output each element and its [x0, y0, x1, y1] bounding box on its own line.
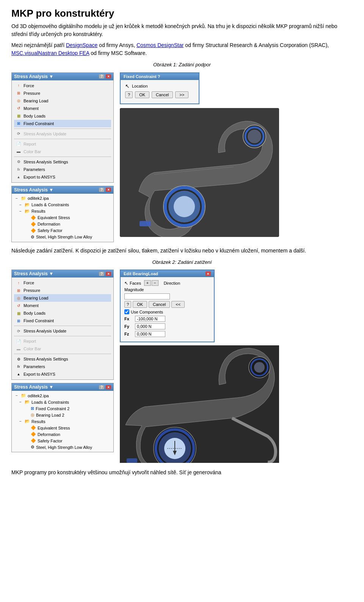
divider3	[14, 157, 111, 157]
panel1-item-bearing[interactable]: ◎ Bearing Load	[14, 97, 111, 105]
panel1-item-update[interactable]: ⟳ Stress Analysis Update	[14, 130, 111, 138]
panel1-item-bodyloads[interactable]: ▦ Body Loads	[14, 112, 111, 120]
tree1-safety-icon: 🔶	[31, 228, 36, 233]
tree1-body: − 📁 odlitek2.ipa − 📂 Loads & Constraints…	[12, 194, 113, 242]
tree1-title: Stress Analysis ▼	[14, 187, 53, 193]
bearing-less-btn[interactable]: <<	[171, 301, 185, 308]
intro-para-2: Mezi nejznámější patří DesignSpace od fi…	[11, 41, 353, 57]
bearing-fx-row: Fx	[124, 316, 210, 322]
panel1-item-colorbar[interactable]: ▬ Color Bar	[14, 148, 111, 155]
panel1-item-pressure[interactable]: ⊞ Pressure	[14, 89, 111, 97]
p2-export-icon: ▲	[16, 371, 22, 377]
tree1-equiv-stress[interactable]: 🔶 Equivalent Stress	[13, 215, 112, 221]
panel2-help[interactable]: ?	[99, 272, 104, 276]
tree1-results-label: Results	[31, 209, 46, 213]
use-components-checkbox[interactable]	[124, 309, 129, 314]
tree1-safety[interactable]: 🔶 Safety Factor	[13, 227, 112, 234]
bearing-ok-btn[interactable]: OK	[133, 301, 147, 308]
dialog-more-btn[interactable]: >>	[175, 91, 188, 98]
tree2-fixed2[interactable]: ⊠ Fixed Constraint 2	[13, 405, 112, 412]
stress-analysis-panel-1: Stress Analysis ▼ ? × ↑ Force ⊞ P	[11, 72, 114, 183]
p2-colorbar-icon: ▬	[16, 346, 22, 352]
tree2-deformation[interactable]: 🔶 Deformation	[13, 431, 112, 437]
tree1-results[interactable]: − 📂 Results	[13, 208, 112, 215]
panel2-item-report[interactable]: 📄 Report	[14, 337, 111, 345]
tree1-loads[interactable]: − 📂 Loads & Constraints	[13, 202, 112, 208]
panel1-item-settings[interactable]: ⚙ Stress Analysis Settings	[14, 158, 111, 166]
tree1-close[interactable]: ×	[106, 188, 111, 192]
bearing-magnitude-input[interactable]	[124, 293, 170, 299]
tree1-root[interactable]: − 📁 odlitek2.ipa	[13, 195, 112, 202]
bearing-faces-remove-btn[interactable]: −	[152, 280, 158, 286]
panel2-item-force[interactable]: ↑ Force	[14, 279, 111, 287]
tree1-deformation[interactable]: 🔶 Deformation	[13, 221, 112, 227]
divider2	[14, 139, 111, 139]
panel1-body: ↑ Force ⊞ Pressure ◎ Bearing Load	[12, 80, 113, 182]
panel2-item-colorbar[interactable]: ▬ Color Bar	[14, 345, 111, 353]
pressure-icon: ⊞	[16, 90, 22, 96]
bearing-fz-input[interactable]	[135, 331, 165, 337]
tree2-loads[interactable]: − 📂 Loads & Constraints	[13, 399, 112, 405]
panel1-close[interactable]: ×	[106, 74, 111, 78]
bearing-help-btn[interactable]: ?	[124, 301, 131, 308]
link-cosmos[interactable]: Cosmos DesignStar	[136, 42, 184, 48]
tree2-close[interactable]: ×	[106, 385, 111, 389]
panel2-close[interactable]: ×	[106, 272, 111, 276]
panel1-item-params[interactable]: fx Parameters	[14, 166, 111, 173]
panel2-item-export[interactable]: ▲ Export to ANSYS	[14, 370, 111, 378]
tree2-help[interactable]: ?	[99, 385, 104, 389]
panel1-report-label: Report	[24, 142, 36, 146]
tree2-header: Stress Analysis ▼ ? ×	[12, 383, 113, 391]
tree2-results[interactable]: − 📂 Results	[13, 418, 112, 425]
tree1-loads-label: Loads & Constraints	[31, 202, 69, 207]
tree1-material[interactable]: ⚙ Steel, High Strength Low Alloy	[13, 234, 112, 240]
panel1-item-export[interactable]: ▲ Export to ANSYS	[14, 173, 111, 181]
tree2-safety[interactable]: 🔶 Safety Factor	[13, 437, 112, 444]
tree2-equiv-stress[interactable]: 🔶 Equivalent Stress	[13, 425, 112, 431]
panel2-item-pressure[interactable]: ⊞ Pressure	[14, 287, 111, 294]
tree2-title: Stress Analysis ▼	[14, 384, 53, 390]
panel2-item-constraint[interactable]: ⊠ Fixed Constraint	[14, 317, 111, 325]
panel2-item-settings[interactable]: ⚙ Stress Analysis Settings	[14, 355, 111, 363]
p2-update-label: Stress Analysis Update	[24, 329, 66, 333]
panel1-export-label: Export to ANSYS	[24, 175, 55, 179]
bearing-faces-add-btn[interactable]: +	[144, 280, 151, 286]
panel1-item-constraint[interactable]: ⊠ Fixed Constraint	[14, 120, 111, 127]
tree1-help[interactable]: ?	[99, 188, 104, 192]
panel2-item-moment[interactable]: ↺ Moment	[14, 302, 111, 309]
page-title: MKP pro konstruktéry	[11, 8, 353, 19]
tree2-bearing2[interactable]: ◎ Bearing Load 2	[13, 412, 112, 418]
tree2-root[interactable]: − 📁 odlitek2.ipa	[13, 392, 112, 399]
dialog-help-icon[interactable]: ?	[158, 74, 160, 79]
panel2-item-bearing[interactable]: ◎ Bearing Load	[14, 294, 111, 302]
panel1-title: Stress Analysis ▼	[14, 74, 53, 79]
tree1-root-icon: 📁	[21, 196, 26, 201]
figure2-caption: Obrázek 2: Zadání zatížení	[11, 259, 353, 266]
tree2-loads-label: Loads & Constraints	[31, 400, 69, 404]
divider1	[14, 129, 111, 129]
panel2-item-params[interactable]: fx Parameters	[14, 363, 111, 370]
dialog-help-btn[interactable]: ?	[125, 91, 133, 98]
bearing-close-btn[interactable]: ×	[206, 271, 211, 276]
bearing-load-dialog: Edit BearingLoad × ↖ Faces + − Direction	[120, 270, 215, 342]
panel1-item-report[interactable]: 📄 Report	[14, 140, 111, 148]
update-icon: ⟳	[16, 131, 22, 137]
bearing-cancel-btn[interactable]: Cancel	[149, 301, 170, 308]
panel2-item-update[interactable]: ⟳ Stress Analysis Update	[14, 327, 111, 335]
panel1-item-moment[interactable]: ↺ Moment	[14, 105, 111, 112]
moment-icon: ↺	[16, 105, 22, 111]
tree2-deform-icon: 🔶	[31, 432, 36, 437]
panel2-item-bodyloads[interactable]: ▦ Body Loads	[14, 309, 111, 317]
p2-constraint-label: Fixed Constraint	[24, 318, 54, 323]
panel1-item-force[interactable]: ↑ Force	[14, 82, 111, 89]
tree2-material[interactable]: ⚙ Steel, High Strength Low Alloy	[13, 444, 112, 450]
link-msc[interactable]: MSC.visualNastran Desktop FEA	[11, 50, 89, 56]
panel1-help[interactable]: ?	[99, 74, 104, 78]
bearing-fx-input[interactable]	[135, 316, 165, 322]
panel1-moment-label: Moment	[24, 106, 39, 111]
dialog-buttons: ? OK Cancel >>	[125, 91, 194, 98]
dialog-ok-btn[interactable]: OK	[135, 91, 149, 98]
bearing-fy-input[interactable]	[135, 323, 165, 329]
link-designspace[interactable]: DesignSpace	[66, 42, 97, 48]
dialog-cancel-btn[interactable]: Cancel	[152, 91, 173, 98]
